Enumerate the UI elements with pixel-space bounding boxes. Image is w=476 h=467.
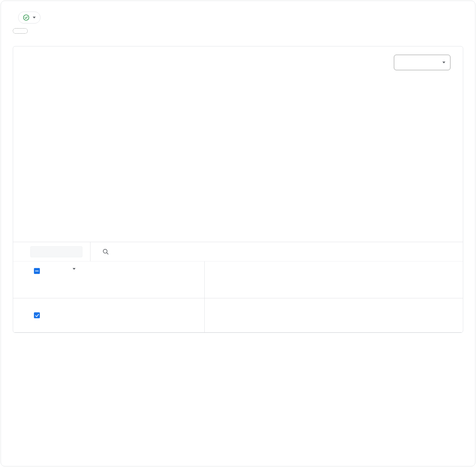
add-filter-button[interactable] xyxy=(13,28,28,34)
traffic-line-chart xyxy=(29,74,451,224)
total-row-dimension-cell xyxy=(13,298,205,332)
check-circle-icon xyxy=(23,14,29,21)
engagement-rate-total xyxy=(373,314,444,316)
chevron-down-icon xyxy=(33,17,36,18)
search-box[interactable] xyxy=(102,248,463,255)
total-users-total xyxy=(205,314,252,316)
report-header xyxy=(13,12,463,23)
total-row-checkbox[interactable] xyxy=(34,312,40,318)
engaged-sessions-total xyxy=(303,314,373,316)
dimension-header-cell xyxy=(13,261,205,298)
chevron-down-icon xyxy=(442,62,445,63)
search-icon xyxy=(102,248,109,255)
metric-headers xyxy=(205,261,463,298)
select-all-checkbox[interactable] xyxy=(34,268,40,274)
granularity-select[interactable] xyxy=(394,55,450,70)
app-frame xyxy=(1,1,475,466)
chart-area xyxy=(29,74,463,225)
chart-header xyxy=(13,46,463,70)
sessions-total xyxy=(252,314,303,316)
dimension-selector[interactable] xyxy=(70,268,76,270)
report-card xyxy=(13,46,463,333)
table-total-row xyxy=(13,298,463,333)
table-header xyxy=(13,261,463,298)
vertical-divider xyxy=(90,242,90,261)
report-status-badge[interactable] xyxy=(18,12,40,23)
plot-rows-button[interactable] xyxy=(30,246,82,257)
chevron-down-icon xyxy=(73,268,76,270)
search-input[interactable] xyxy=(113,249,463,254)
table-controls xyxy=(13,242,463,261)
chart-legend xyxy=(13,225,463,242)
